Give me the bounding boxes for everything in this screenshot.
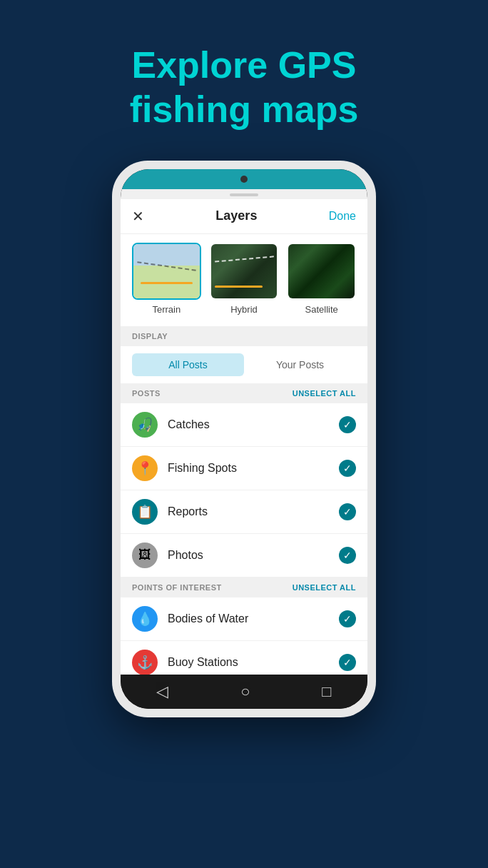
display-section-header: DISPLAY	[121, 326, 367, 346]
list-item[interactable]: 📍 Fishing Spots ✓	[121, 447, 367, 490]
bottom-navigation: ◁ ○ □	[121, 675, 367, 709]
home-button[interactable]: ○	[240, 682, 250, 701]
buoy-stations-check: ✓	[339, 654, 356, 671]
posts-label: POSTS	[132, 389, 161, 398]
fishing-spots-label: Fishing Spots	[168, 462, 329, 475]
catches-label: Catches	[168, 418, 329, 431]
list-item[interactable]: 🎣 Catches ✓	[121, 403, 367, 447]
hero-line1: Explore GPS	[130, 43, 359, 87]
terrain-label: Terrain	[152, 304, 181, 315]
hero-line2: fishing maps	[130, 87, 359, 131]
satellite-visual	[288, 244, 355, 298]
bodies-of-water-check: ✓	[339, 610, 356, 627]
back-button[interactable]: ◁	[156, 682, 168, 701]
reports-check: ✓	[339, 503, 356, 520]
poi-section-header: POINTS OF INTEREST UNSELECT ALL	[121, 577, 367, 597]
poi-unselect-button[interactable]: UNSELECT ALL	[293, 583, 356, 592]
drag-indicator	[121, 189, 367, 199]
buoy-stations-icon: ⚓	[132, 650, 158, 675]
terrain-visual	[133, 244, 200, 298]
buoy-stations-label: Buoy Stations	[168, 656, 329, 669]
photos-check: ✓	[339, 547, 356, 564]
phone-camera	[240, 176, 248, 183]
map-type-selector: Terrain Hybrid	[121, 234, 367, 326]
list-item[interactable]: 🖼 Photos ✓	[121, 534, 367, 577]
posts-unselect-button[interactable]: UNSELECT ALL	[293, 389, 356, 398]
layers-header: ✕ Layers Done	[121, 199, 367, 234]
done-button[interactable]: Done	[329, 210, 356, 223]
hybrid-tile[interactable]: Hybrid	[210, 243, 279, 315]
catches-check: ✓	[339, 416, 356, 433]
reports-label: Reports	[168, 505, 329, 518]
catches-icon: 🎣	[132, 412, 158, 438]
layers-title: Layers	[215, 208, 257, 223]
hero-accent-text: GPS	[278, 44, 357, 86]
fishing-spots-icon: 📍	[132, 455, 158, 481]
posts-toggle: All Posts Your Posts	[121, 346, 367, 383]
phone-outer: ✕ Layers Done Terrain	[112, 161, 376, 717]
photos-icon: 🖼	[132, 542, 158, 568]
hybrid-label: Hybrid	[230, 304, 258, 315]
hybrid-visual	[211, 244, 278, 298]
recent-button[interactable]: □	[322, 682, 331, 701]
phone-notch-bar	[121, 169, 367, 189]
phone-mockup: ✕ Layers Done Terrain	[112, 161, 376, 717]
satellite-label: Satellite	[305, 304, 338, 315]
photos-label: Photos	[168, 549, 329, 562]
list-item[interactable]: ⚓ Buoy Stations ✓	[121, 641, 367, 675]
bodies-of-water-icon: 💧	[132, 606, 158, 632]
posts-section-header: POSTS UNSELECT ALL	[121, 383, 367, 403]
hybrid-dashed-line	[215, 256, 274, 262]
reports-icon: 📋	[132, 499, 158, 525]
close-button[interactable]: ✕	[132, 208, 144, 225]
hero-plain-text: Explore	[131, 44, 278, 86]
terrain-thumbnail	[132, 243, 201, 300]
satellite-thumbnail	[287, 243, 356, 300]
list-item[interactable]: 📋 Reports ✓	[121, 490, 367, 534]
hero-section: Explore GPS fishing maps	[101, 43, 387, 132]
terrain-dashed-line	[137, 261, 195, 271]
all-posts-button[interactable]: All Posts	[132, 353, 244, 376]
layers-panel[interactable]: ✕ Layers Done Terrain	[121, 199, 367, 675]
poi-label: POINTS OF INTEREST	[132, 583, 222, 592]
hybrid-thumbnail	[210, 243, 279, 300]
list-item[interactable]: 💧 Bodies of Water ✓	[121, 597, 367, 641]
terrain-tile[interactable]: Terrain	[132, 243, 201, 315]
phone-inner: ✕ Layers Done Terrain	[121, 169, 367, 709]
fishing-spots-check: ✓	[339, 460, 356, 477]
satellite-tile[interactable]: Satellite	[287, 243, 356, 315]
bodies-of-water-label: Bodies of Water	[168, 612, 329, 625]
your-posts-button[interactable]: Your Posts	[244, 353, 356, 376]
drag-bar	[230, 193, 258, 196]
